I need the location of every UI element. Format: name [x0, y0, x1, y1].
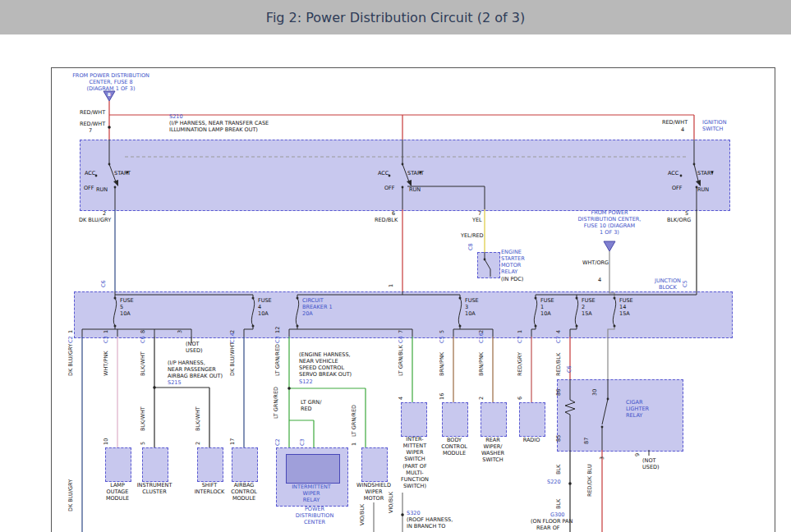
junction-block-internals	[82, 291, 697, 337]
w2-pin: 1	[103, 330, 109, 333]
ignition-switch-title-2: SWITCH	[702, 126, 727, 132]
fuse-3-l1: FUSE	[465, 297, 479, 304]
s215-d1: (I/P HARNESS,	[168, 360, 223, 366]
wiper-relay-l1: INTERMITTENT	[292, 484, 331, 490]
sw2-start-label: START	[407, 170, 424, 177]
fuse-4-l2: 4	[258, 304, 272, 310]
cigar-blk-wire-1: BLK	[555, 465, 562, 475]
cigar-reddkblu-pin: 3	[599, 456, 605, 460]
fuse-14-l2: 14	[619, 304, 633, 310]
fuse-1-l2: 1	[540, 304, 554, 310]
starter-relay-l3: MOTOR	[501, 262, 525, 268]
fuse-14-label: FUSE 14 15A	[619, 297, 633, 317]
bcm-l2: CONTROL	[441, 443, 467, 450]
s215-name: S215	[168, 379, 223, 386]
w8-conn: C5	[439, 336, 445, 343]
airbag-module-label: AIRBAG CONTROL MODULE	[231, 482, 257, 502]
fuse-1-l1: FUSE	[540, 297, 554, 304]
pdc-l2: DISTRIBUTION	[296, 512, 334, 519]
bcm-l1: BODY	[441, 437, 467, 443]
junction-pin-4: 4	[598, 277, 601, 283]
rear-wiper-label: REAR WIPER/ WASHER SWITCH	[481, 437, 504, 464]
sw2-off-label: OFF	[384, 185, 395, 191]
w3-wire: BLK/WHT	[140, 351, 146, 376]
w1-conn: C2	[67, 336, 74, 343]
s122-name: S122	[299, 378, 352, 385]
w9-wire: BRN/PNK	[478, 352, 485, 376]
w7-conn: C4	[398, 336, 404, 343]
sw2-run-label: RUN	[409, 186, 421, 193]
w4-pin: 3	[177, 330, 183, 333]
fuse-2-l2: 2	[582, 304, 596, 310]
pdc-l3: CENTER	[296, 519, 334, 525]
sw3-off-label: OFF	[672, 185, 683, 191]
w7-pin: 7	[398, 330, 404, 333]
circuit-breaker-1-label: CIRCUIT BREAKER 1 20A	[302, 297, 333, 317]
w9-conn: C16	[478, 332, 485, 343]
splice-s210-desc2: ILLUMINATION LAMP BREAK OUT)	[169, 126, 258, 133]
wiper-switch-l3: WIPER	[401, 449, 429, 456]
splice-s320-label: S320	[407, 510, 421, 516]
splice-s215-note: (I/P HARNESS, NEAR PASSENGER AIRBAG BREA…	[168, 360, 223, 387]
wiper-motor-label: WINDSHIELD WIPER MOTOR	[356, 482, 391, 502]
starter-relay-l1: ENGINE	[501, 249, 525, 255]
junction-title-2: BLOCK	[655, 284, 681, 291]
s122-d4: SERVO BREAK OUT)	[299, 371, 352, 378]
s215-branch-a-wire: BLK/WHT	[140, 406, 146, 431]
s122-d1: (ENGINE HARNESS,	[299, 351, 352, 358]
fuse-2-label: FUSE 2 15A	[582, 297, 596, 317]
bcm-label: BODY CONTROL MODULE	[441, 437, 467, 456]
shift-interlock-label: SHIFT INTERLOCK	[195, 482, 225, 495]
fuse-4-l3: 10A	[258, 310, 272, 317]
instrument-cluster-pin: 5	[140, 442, 146, 445]
cigar-l3: RELAY	[626, 412, 649, 419]
cigar-nu2: USED)	[642, 464, 660, 470]
wiper-switch-l5: (PART OF	[401, 463, 429, 470]
bcm-pin: 16	[439, 393, 445, 400]
ignition-switch-title: IGNITION SWITCH	[702, 119, 727, 132]
shift-l1: SHIFT	[195, 482, 225, 488]
cb1-l2: BREAKER 1	[302, 304, 333, 310]
wiper-relay-conn-c3: C3	[299, 438, 306, 446]
pdc-location-label: POWER DISTRIBUTION CENTER	[296, 506, 334, 525]
wiper-motor-out-wire: VIO/BLK	[359, 504, 366, 525]
sw3-acc-label: ACC	[668, 170, 678, 177]
ign-out-wire-redblk: RED/BLK	[375, 217, 398, 223]
sw1-off-label: OFF	[84, 185, 94, 191]
source-fuse8-line2: CENTER, FUSE 8	[72, 79, 149, 85]
w7-wire: LT GRN/BLK	[398, 345, 404, 376]
cigar-relay-label: CIGAR LIGHTER RELAY	[626, 399, 649, 419]
ign-out-pin-6: 6	[392, 210, 395, 217]
radio-label: RADIO	[523, 437, 540, 443]
w1-pin: 1	[67, 330, 74, 333]
fuse-2-l1: FUSE	[582, 297, 596, 304]
s122-h1: LT GRN/	[301, 399, 321, 406]
cigar-not-used-label: (NOT USED)	[642, 457, 660, 470]
fuse-5-l2: 5	[120, 304, 134, 310]
cigar-l2: LIGHTER	[626, 406, 649, 412]
w2-wire: WHT/PNK	[103, 351, 109, 376]
wiper-switch-pin: 4	[398, 397, 404, 400]
wiper-relay-l3: RELAY	[292, 497, 331, 503]
cb1-l3: 20A	[302, 310, 333, 317]
ign-out-pin-2: 2	[103, 210, 106, 217]
s122-branch-wire-vertical: LT GRN/RED	[273, 387, 279, 419]
cluster-l2: CLUSTER	[137, 488, 172, 495]
junction-title-1: JUNCTION	[655, 277, 681, 284]
airbag-pin: 17	[229, 438, 236, 445]
cigar-nu1: (NOT	[642, 457, 660, 464]
w5-wire: DK BLU/WHT	[229, 342, 236, 376]
w4-used: USED)	[186, 347, 203, 354]
w10-wire: RED/GRY	[517, 352, 523, 376]
wiper-switch-l8: SWITCH)	[401, 483, 429, 489]
junction-block-title: JUNCTION BLOCK	[655, 277, 681, 291]
rear-l2: WIPER/	[481, 443, 504, 450]
w11-pin: 4	[555, 330, 562, 333]
rear-l1: REAR	[481, 437, 504, 443]
cigar-pin-30: 30	[591, 389, 598, 396]
lamp-l2: OUTAGE	[106, 488, 129, 495]
splice-s210-desc1: (I/P HARNESS, NEAR TRANSFER CASE	[169, 120, 269, 126]
s122-h2: RED	[301, 406, 321, 412]
wiper-relay-l2: WIPER	[292, 490, 331, 497]
w6-wire: LT GRN/RED	[274, 344, 281, 376]
